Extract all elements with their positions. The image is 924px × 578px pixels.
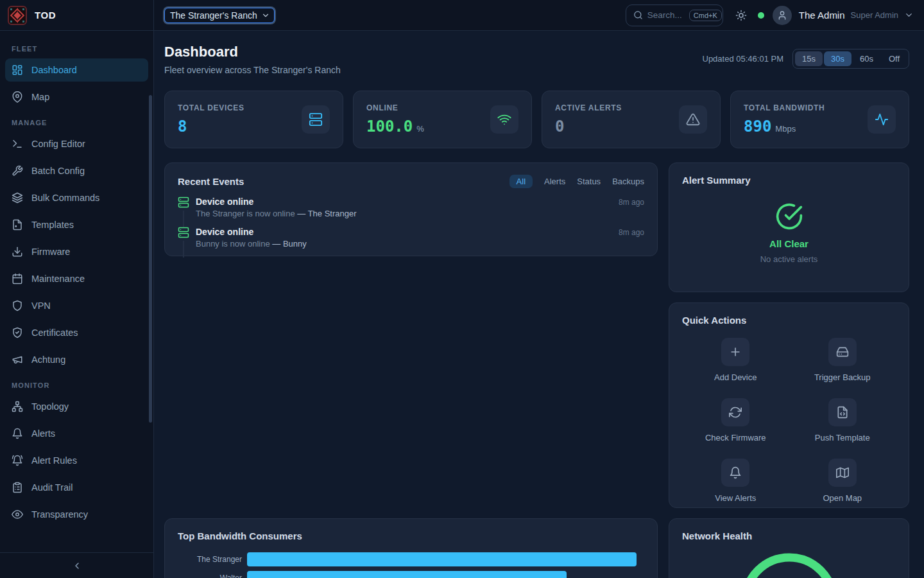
trigger-backup-button[interactable]: Trigger Backup <box>789 338 896 382</box>
qa-label: Check Firmware <box>705 433 766 442</box>
search-shortcut-badge: Cmd+K <box>689 10 722 21</box>
site-selector-wrap: The Stranger's Ranch <box>164 8 275 23</box>
shield-check-icon <box>12 327 23 338</box>
clipboard-icon <box>12 482 23 493</box>
qa-label: Open Map <box>823 493 862 503</box>
check-firmware-button[interactable]: Check Firmware <box>682 398 789 442</box>
sidebar-item-templates[interactable]: Templates <box>5 213 148 236</box>
event-row: Device online 8m ago Bunny is now online… <box>178 227 644 249</box>
alert-status-detail: No active alerts <box>760 254 818 264</box>
qa-icon-tile <box>828 459 857 487</box>
search-input[interactable] <box>647 10 685 20</box>
user-role: Super Admin <box>851 10 898 20</box>
main-grid: Recent Events AllAlertsStatusBackups Dev… <box>164 162 909 578</box>
sidebar-item-firmware[interactable]: Firmware <box>5 240 148 263</box>
connection-status-dot <box>758 12 764 19</box>
layers-icon <box>12 192 23 204</box>
bandwidth-card: Top Bandwidth Consumers The Stranger Wal… <box>164 518 658 578</box>
sidebar-item-transparency[interactable]: Transparency <box>5 503 148 526</box>
refresh-icon <box>729 406 742 419</box>
tab-all[interactable]: All <box>509 175 533 188</box>
megaphone-icon <box>12 354 23 365</box>
bandwidth-track <box>247 552 644 566</box>
push-template-button[interactable]: Push Template <box>789 398 896 442</box>
stat-card-total-devices: TOTAL DEVICES 8 <box>164 91 343 148</box>
event-filter-tabs: AllAlertsStatusBackups <box>509 175 644 188</box>
sidebar-item-alert-rules[interactable]: Alert Rules <box>5 449 148 472</box>
recent-events-card: Recent Events AllAlertsStatusBackups Dev… <box>164 162 658 256</box>
avatar <box>773 6 792 25</box>
sidebar-item-label: Topology <box>31 401 69 412</box>
bell-ring-icon <box>12 455 23 466</box>
sidebar-item-audit-trail[interactable]: Audit Trail <box>5 476 148 499</box>
refresh-off-button[interactable]: Off <box>882 51 907 66</box>
sidebar-item-label: Certificates <box>31 328 78 338</box>
page-title: Dashboard <box>164 44 341 60</box>
tab-alerts[interactable]: Alerts <box>544 175 565 188</box>
qa-label: Add Device <box>714 372 757 382</box>
map-icon <box>836 466 849 479</box>
tab-backups[interactable]: Backups <box>612 175 644 188</box>
sidebar-item-alerts[interactable]: Alerts <box>5 422 148 445</box>
stat-card-active-alerts: ACTIVE ALERTS 0 <box>542 91 721 148</box>
event-time: 8m ago <box>619 198 644 207</box>
qa-icon-tile <box>721 398 749 426</box>
sun-icon <box>735 10 747 21</box>
terminal-icon <box>12 138 23 150</box>
nav-section-label: MANAGE <box>12 119 142 127</box>
sidebar-item-maintenance[interactable]: Maintenance <box>5 267 148 290</box>
refresh-15s-button[interactable]: 15s <box>795 51 823 66</box>
stats-row: TOTAL DEVICES 8 ONLINE 100.0 % ACTIVE <box>164 91 909 148</box>
hard-drive-icon <box>836 346 849 358</box>
event-device: — The Stranger <box>297 209 356 218</box>
qa-icon-tile <box>721 459 749 487</box>
network-health-gauge: 100 <box>682 552 896 578</box>
sidebar-item-config-editor[interactable]: Config Editor <box>5 132 148 155</box>
sidebar-scrollbar[interactable] <box>149 95 152 423</box>
user-menu[interactable]: The Admin Super Admin <box>773 6 914 25</box>
event-title: Device online <box>196 197 253 207</box>
refresh-interval-group: 15s30s60sOff <box>792 49 909 69</box>
site-selector[interactable]: The Stranger's Ranch <box>164 8 275 23</box>
sidebar-item-achtung[interactable]: Achtung <box>5 348 148 371</box>
stat-icon-tile <box>868 105 896 134</box>
sidebar-item-topology[interactable]: Topology <box>5 395 148 418</box>
server-icon <box>178 227 189 238</box>
topbar: The Stranger's Ranch Cmd+K <box>154 0 924 31</box>
app-root: TOD FLEETDashboardMapMANAGEConfig Editor… <box>0 0 924 578</box>
download-icon <box>12 246 23 258</box>
sidebar-item-label: Templates <box>31 220 74 230</box>
stat-value: 100.0 <box>366 118 413 136</box>
tab-status[interactable]: Status <box>577 175 601 188</box>
search-box[interactable]: Cmd+K <box>626 4 723 26</box>
sidebar-item-bulk-commands[interactable]: Bulk Commands <box>5 186 148 209</box>
sidebar-item-batch-config[interactable]: Batch Config <box>5 159 148 182</box>
refresh-60s-button[interactable]: 60s <box>853 51 880 66</box>
stat-card-total-bandwidth: TOTAL BANDWIDTH 890 Mbps <box>730 91 909 148</box>
refresh-30s-button[interactable]: 30s <box>824 51 851 66</box>
event-title: Device online <box>196 227 253 237</box>
sidebar-item-label: Alert Rules <box>31 455 77 466</box>
open-map-button[interactable]: Open Map <box>789 459 896 503</box>
view-alerts-button[interactable]: View Alerts <box>682 459 789 503</box>
eye-icon <box>12 509 23 520</box>
event-device: — Bunny <box>272 239 306 249</box>
left-column: Recent Events AllAlertsStatusBackups Dev… <box>164 162 658 578</box>
stat-icon-tile <box>490 105 518 134</box>
add-device-button[interactable]: Add Device <box>682 338 789 382</box>
theme-toggle-button[interactable] <box>733 8 749 23</box>
sidebar-item-label: Alerts <box>31 428 55 439</box>
sidebar-item-label: Transparency <box>31 509 88 520</box>
qa-icon-tile <box>828 338 857 366</box>
sidebar-item-certificates[interactable]: Certificates <box>5 321 148 344</box>
file-code-icon <box>836 406 849 419</box>
collapse-sidebar-button[interactable] <box>0 552 153 578</box>
calendar-icon <box>12 273 23 285</box>
sidebar-item-vpn[interactable]: VPN <box>5 294 148 317</box>
bandwidth-device-label: Walter <box>178 574 247 578</box>
sidebar-item-dashboard[interactable]: Dashboard <box>5 58 148 82</box>
topbar-right: Cmd+K The Admin Super Admin <box>626 4 914 26</box>
sidebar-item-map[interactable]: Map <box>5 85 148 109</box>
bandwidth-device-label: The Stranger <box>178 555 247 564</box>
stat-label: ACTIVE ALERTS <box>555 103 622 112</box>
